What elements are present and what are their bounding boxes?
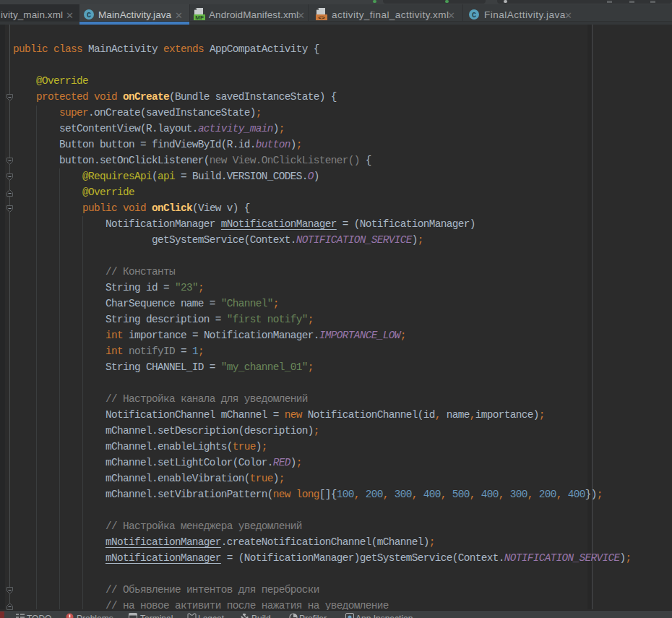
svg-text:C: C [472, 12, 476, 20]
svg-text:C: C [87, 12, 91, 20]
svg-text:<>: <> [318, 14, 325, 20]
svg-text:MF: MF [195, 14, 204, 20]
